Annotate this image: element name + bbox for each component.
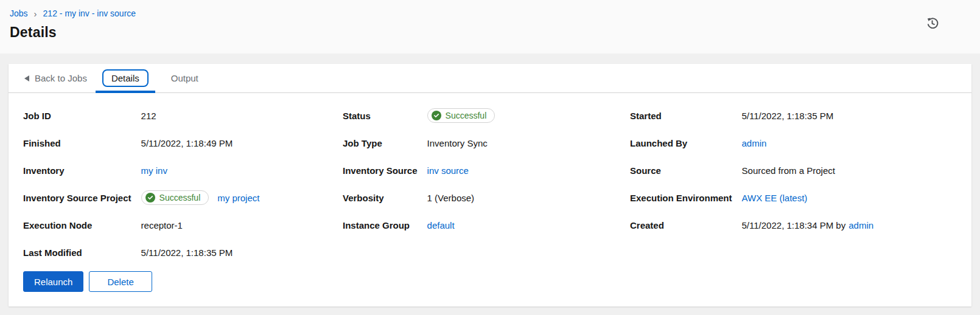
label-finished: Finished bbox=[23, 138, 131, 148]
label-started: Started bbox=[630, 111, 732, 121]
delete-button[interactable]: Delete bbox=[89, 271, 152, 292]
details-grid: Job ID 212 Finished 5/11/2022, 1:18:49 P… bbox=[9, 93, 971, 260]
value-source: Sourced from a Project bbox=[742, 165, 957, 176]
breadcrumb: Jobs › 212 - my inv - inv source bbox=[10, 9, 965, 18]
project-link[interactable]: my project bbox=[217, 193, 259, 203]
created-timestamp: 5/11/2022, 1:18:34 PM by bbox=[742, 220, 846, 230]
back-to-jobs-label: Back to Jobs bbox=[35, 73, 87, 83]
job-status-badge: Successful bbox=[427, 108, 495, 123]
tab-output-label: Output bbox=[162, 69, 208, 87]
value-instance-group: default bbox=[427, 220, 630, 230]
project-status-badge: Successful bbox=[141, 190, 209, 205]
breadcrumb-link-jobs[interactable]: Jobs bbox=[10, 9, 28, 18]
tab-bar: Back to Jobs Details Output bbox=[9, 64, 971, 93]
value-job-id: 212 bbox=[141, 111, 343, 121]
details-column-1: Job ID 212 Finished 5/11/2022, 1:18:49 P… bbox=[23, 108, 343, 260]
history-icon[interactable] bbox=[925, 16, 940, 33]
label-execution-environment: Execution Environment bbox=[630, 193, 732, 203]
tab-details-label: Details bbox=[102, 69, 149, 87]
value-inventory-source-project: Successful my project bbox=[141, 190, 343, 205]
value-inventory-source: inv source bbox=[427, 165, 630, 176]
inventory-source-link[interactable]: inv source bbox=[427, 165, 469, 176]
back-to-jobs-button[interactable]: Back to Jobs bbox=[22, 64, 89, 92]
value-last-modified: 5/11/2022, 1:18:35 PM bbox=[141, 248, 343, 258]
check-circle-icon bbox=[145, 193, 155, 202]
value-status: Successful bbox=[427, 108, 630, 123]
back-arrow-icon bbox=[24, 75, 29, 81]
tab-output[interactable]: Output bbox=[155, 64, 214, 92]
action-buttons: Relaunch Delete bbox=[9, 260, 971, 292]
details-column-2: Status Successful Job Type Inventory Syn… bbox=[343, 108, 630, 260]
job-status-badge-label: Successful bbox=[446, 111, 487, 120]
label-execution-node: Execution Node bbox=[23, 220, 131, 230]
created-by-link[interactable]: admin bbox=[849, 220, 873, 230]
value-started: 5/11/2022, 1:18:35 PM bbox=[742, 111, 957, 121]
value-job-type: Inventory Sync bbox=[427, 138, 630, 148]
breadcrumb-link-job[interactable]: 212 - my inv - inv source bbox=[43, 9, 136, 18]
label-inventory-source: Inventory Source bbox=[343, 165, 418, 176]
label-source: Source bbox=[630, 165, 732, 176]
label-job-type: Job Type bbox=[343, 138, 418, 148]
execution-environment-link[interactable]: AWX EE (latest) bbox=[742, 193, 808, 203]
label-inventory-source-project: Inventory Source Project bbox=[23, 193, 131, 203]
project-status-badge-label: Successful bbox=[159, 193, 201, 202]
value-inventory: my inv bbox=[141, 165, 343, 176]
details-column-3: Started 5/11/2022, 1:18:35 PM Launched B… bbox=[630, 108, 957, 260]
relaunch-button[interactable]: Relaunch bbox=[23, 271, 83, 292]
page-title: Details bbox=[10, 24, 965, 41]
value-created: 5/11/2022, 1:18:34 PM by admin bbox=[742, 220, 957, 230]
value-verbosity: 1 (Verbose) bbox=[427, 193, 630, 203]
main-content: Back to Jobs Details Output Job ID 212 F… bbox=[0, 64, 980, 306]
label-verbosity: Verbosity bbox=[343, 193, 418, 203]
check-circle-icon bbox=[432, 111, 441, 120]
launched-by-link[interactable]: admin bbox=[742, 138, 767, 148]
inventory-link[interactable]: my inv bbox=[141, 165, 167, 176]
job-details-card: Back to Jobs Details Output Job ID 212 F… bbox=[9, 64, 971, 306]
label-inventory: Inventory bbox=[23, 165, 131, 176]
label-job-id: Job ID bbox=[23, 111, 131, 121]
value-execution-environment: AWX EE (latest) bbox=[742, 193, 957, 203]
label-status: Status bbox=[343, 111, 418, 121]
page-header: Jobs › 212 - my inv - inv source Details bbox=[0, 0, 980, 54]
value-execution-node: receptor-1 bbox=[141, 220, 343, 230]
breadcrumb-separator-icon: › bbox=[34, 9, 37, 18]
instance-group-link[interactable]: default bbox=[427, 220, 455, 230]
label-created: Created bbox=[630, 220, 732, 230]
tab-details[interactable]: Details bbox=[96, 64, 155, 92]
value-finished: 5/11/2022, 1:18:49 PM bbox=[141, 138, 343, 148]
value-launched-by: admin bbox=[742, 138, 957, 148]
label-instance-group: Instance Group bbox=[343, 220, 418, 230]
label-last-modified: Last Modified bbox=[23, 248, 131, 258]
label-launched-by: Launched By bbox=[630, 138, 732, 148]
